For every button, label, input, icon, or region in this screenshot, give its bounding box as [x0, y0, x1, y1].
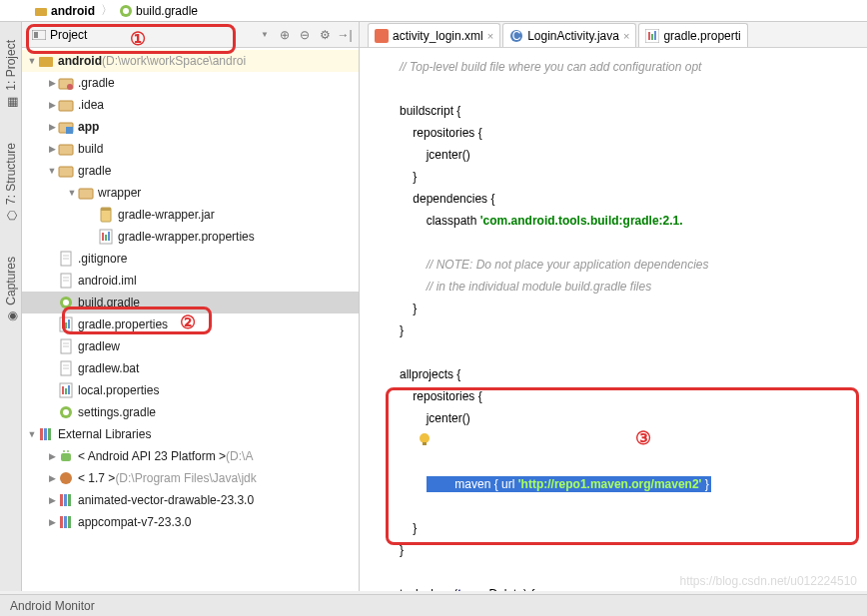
tree-item[interactable]: ▶ .gradle [22, 72, 359, 94]
code-line: repositories { [400, 385, 867, 407]
tree-item[interactable]: android.iml [22, 270, 359, 292]
expand-icon[interactable]: ▶ [46, 144, 58, 154]
code-text: classpath [400, 214, 480, 228]
tab-gradle-properties[interactable]: gradle.properti [638, 23, 747, 47]
tree-path: (D:\A [226, 449, 253, 463]
file-icon [58, 273, 74, 289]
chevron-down-icon: ▼ [261, 30, 269, 39]
gradle-icon [58, 404, 74, 420]
tree-item[interactable]: ▶ animated-vector-drawable-23.3.0 [22, 489, 359, 511]
expand-icon[interactable]: ▼ [46, 166, 58, 176]
collapse-icon[interactable]: ▼ [26, 429, 38, 439]
tree-item[interactable]: ▼ gradle [22, 160, 359, 182]
svg-rect-30 [65, 322, 67, 328]
tree-item[interactable]: settings.gradle [22, 401, 359, 423]
expand-icon[interactable]: ▶ [46, 451, 58, 461]
tree-label: build.gradle [78, 296, 140, 309]
project-panel: Project ▼ ⊕ ⊖ ⚙ →| ▼ android (D:\work\wo… [22, 22, 360, 591]
code-highlight: maven { url 'http://repo1.maven.org/mave… [427, 476, 711, 492]
code-text: : Delete) { [482, 587, 535, 591]
tree-item[interactable]: gradlew [22, 335, 359, 357]
tree-label: build [78, 142, 103, 156]
svg-point-2 [123, 8, 129, 14]
view-selector[interactable]: Project ▼ [26, 25, 275, 45]
tree-item[interactable]: .gitignore [22, 248, 359, 270]
code-line: buildscript { [400, 100, 867, 122]
tree-label: animated-vector-drawable-23.3.0 [78, 493, 254, 507]
breadcrumb-item[interactable]: build.gradle [115, 4, 202, 18]
tree-item[interactable]: ▶ build [22, 138, 359, 160]
svg-rect-31 [68, 319, 70, 328]
svg-rect-47 [61, 453, 71, 461]
close-icon[interactable]: × [487, 30, 493, 42]
target-button[interactable]: ⊖ [295, 25, 315, 45]
tree-item[interactable]: ▶ < 1.7 > (D:\Program Files\Java\jdk [22, 467, 359, 489]
svg-point-48 [63, 450, 65, 452]
tree-path: (D:\Program Files\Java\jdk [115, 471, 256, 485]
gutter-tab-project[interactable]: ▦ 1: Project [2, 32, 20, 115]
tree-label: gradle.properties [78, 317, 168, 331]
folder-icon [78, 185, 94, 201]
breadcrumb-item[interactable]: android [30, 4, 99, 18]
tree-item[interactable]: gradlew.bat [22, 357, 359, 379]
tree-label: app [78, 120, 99, 134]
svg-rect-15 [101, 208, 111, 211]
view-label: Project [50, 28, 87, 42]
code-line: allprojects { [400, 363, 867, 385]
code-editor[interactable]: // Top-level build file where you can ad… [360, 48, 867, 591]
svg-rect-29 [62, 320, 64, 328]
tab-activity-login[interactable]: activity_login.xml × [368, 23, 500, 47]
folder-icon [58, 97, 74, 113]
tree-external[interactable]: ▼ External Libraries [22, 423, 359, 445]
collapse-button[interactable]: ⊕ [275, 25, 295, 45]
gear-icon[interactable]: ⚙ [315, 25, 335, 45]
expand-icon[interactable]: ▶ [46, 517, 58, 527]
svg-rect-61 [648, 32, 650, 40]
folder-dot-icon [58, 75, 74, 91]
java-icon: C [509, 29, 523, 43]
svg-point-49 [67, 450, 69, 452]
gutter-label: Captures [4, 257, 18, 306]
collapse-icon[interactable]: ▼ [26, 56, 38, 66]
tab-label: gradle.properti [663, 29, 740, 43]
expand-icon[interactable]: ▼ [66, 188, 78, 198]
svg-rect-51 [60, 494, 63, 506]
gutter-tab-structure[interactable]: ⬡ 7: Structure [2, 135, 20, 229]
tree-path: (D:\work\workSpace\androi [102, 54, 246, 68]
folder-icon [38, 53, 54, 69]
lib-icon [58, 514, 74, 530]
tree-root[interactable]: ▼ android (D:\work\workSpace\androi [22, 50, 359, 72]
tree-item[interactable]: ▶ app [22, 116, 359, 138]
expand-icon[interactable]: ▶ [46, 100, 58, 110]
tree-item[interactable]: local.properties [22, 379, 359, 401]
tree-label: .gradle [78, 76, 115, 90]
tab-login-activity[interactable]: C LoginActivity.java × [502, 23, 636, 47]
tree-item[interactable]: ▼ wrapper [22, 182, 359, 204]
gutter-label: 1: Project [4, 40, 18, 91]
status-bar[interactable]: Android Monitor [0, 594, 867, 616]
close-icon[interactable]: × [623, 30, 629, 42]
expand-icon[interactable]: ▶ [46, 122, 58, 132]
hide-button[interactable]: →| [335, 25, 355, 45]
tree-item[interactable]: ▶ .idea [22, 94, 359, 116]
tree-label: local.properties [78, 383, 159, 397]
code-keyword: type [457, 587, 482, 591]
tree-item[interactable]: gradle-wrapper.jar [22, 204, 359, 226]
gutter-tab-captures[interactable]: ◉ Captures [2, 249, 20, 329]
props-icon [645, 29, 659, 43]
svg-rect-45 [44, 428, 47, 440]
svg-rect-54 [60, 516, 63, 528]
tree-label: gradlew.bat [78, 361, 139, 375]
tree-label: .gitignore [78, 252, 127, 266]
tree-item[interactable]: gradle-wrapper.properties [22, 226, 359, 248]
expand-icon[interactable]: ▶ [46, 473, 58, 483]
tab-label: activity_login.xml [393, 29, 483, 43]
tree-item[interactable]: ▶ < Android API 23 Platform > (D:\A [22, 445, 359, 467]
tree-item[interactable]: build.gradle [22, 292, 359, 313]
annotation-num-2: ② [180, 311, 196, 333]
tree-item[interactable]: ▶ appcompat-v7-23.3.0 [22, 511, 359, 533]
svg-rect-12 [59, 167, 73, 177]
expand-icon[interactable]: ▶ [46, 78, 58, 88]
expand-icon[interactable]: ▶ [46, 495, 58, 505]
lightbulb-icon[interactable] [418, 432, 432, 446]
